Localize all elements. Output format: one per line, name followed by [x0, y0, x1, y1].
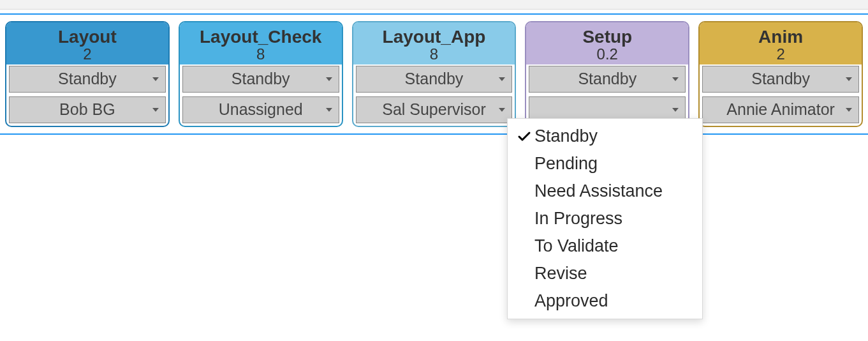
caret-down-icon [326, 77, 332, 81]
card-title: Setup [531, 26, 683, 48]
status-dropdown[interactable]: Standby [702, 66, 859, 93]
status-label: Standby [751, 70, 810, 88]
assignee-label: Bob BG [59, 100, 115, 119]
card-head: Layout_App 8 [353, 22, 515, 64]
caret-down-icon [326, 108, 332, 112]
caret-down-icon [672, 108, 679, 112]
card-head: Layout 2 [6, 22, 168, 64]
status-label: Standby [232, 70, 290, 88]
status-dropdown[interactable]: Standby [9, 66, 166, 93]
menu-item-standby[interactable]: Standby [508, 123, 702, 135]
card-value: 8 [185, 47, 337, 62]
task-card-setup: Setup 0.2 Standby [525, 21, 689, 127]
menu-item-label: Standby [534, 126, 598, 135]
caret-down-icon [499, 77, 505, 81]
card-title: Layout_App [358, 26, 510, 48]
assignee-label: Annie Animator [726, 100, 835, 119]
status-dropdown[interactable]: Standby [356, 66, 513, 93]
card-title: Layout [11, 26, 163, 48]
status-label: Standby [405, 70, 464, 88]
caret-down-icon [152, 108, 159, 112]
card-value: 2 [705, 47, 857, 62]
caret-down-icon [846, 108, 852, 112]
card-value: 2 [11, 47, 163, 62]
status-dropdown[interactable]: Standby [182, 66, 339, 93]
card-head: Anim 2 [700, 22, 862, 64]
caret-down-icon [846, 77, 852, 81]
assignee-dropdown[interactable]: Unassigned [182, 96, 339, 123]
card-title: Layout_Check [185, 26, 337, 48]
card-value: 0.2 [531, 47, 683, 62]
status-dropdown[interactable]: Standby [529, 66, 686, 93]
status-menu: Standby Pending Need Assistance In Progr… [507, 118, 703, 135]
check-icon [517, 129, 534, 135]
top-bar [0, 0, 868, 10]
caret-down-icon [672, 77, 679, 81]
card-head: Setup 0.2 [526, 22, 688, 64]
assignee-dropdown[interactable]: Bob BG [9, 96, 166, 123]
status-label: Standby [58, 70, 117, 88]
assignee-label: Sal Supervisor [382, 100, 486, 119]
card-value: 8 [358, 47, 510, 62]
assignee-label: Unassigned [219, 100, 303, 119]
card-title: Anim [705, 26, 857, 48]
assignee-dropdown[interactable]: Sal Supervisor [356, 96, 513, 123]
caret-down-icon [499, 108, 505, 112]
task-strip: Layout 2 Standby Bob BG Layout_Check 8 S… [0, 13, 868, 135]
task-card-layout: Layout 2 Standby Bob BG [5, 21, 170, 127]
task-card-layout-check: Layout_Check 8 Standby Unassigned [179, 21, 343, 127]
card-head: Layout_Check 8 [180, 22, 342, 64]
caret-down-icon [152, 77, 159, 81]
status-label: Standby [578, 70, 636, 88]
task-card-layout-app: Layout_App 8 Standby Sal Supervisor [352, 21, 517, 127]
task-card-anim: Anim 2 Standby Annie Animator [698, 21, 863, 127]
assignee-dropdown[interactable]: Annie Animator [702, 96, 859, 123]
